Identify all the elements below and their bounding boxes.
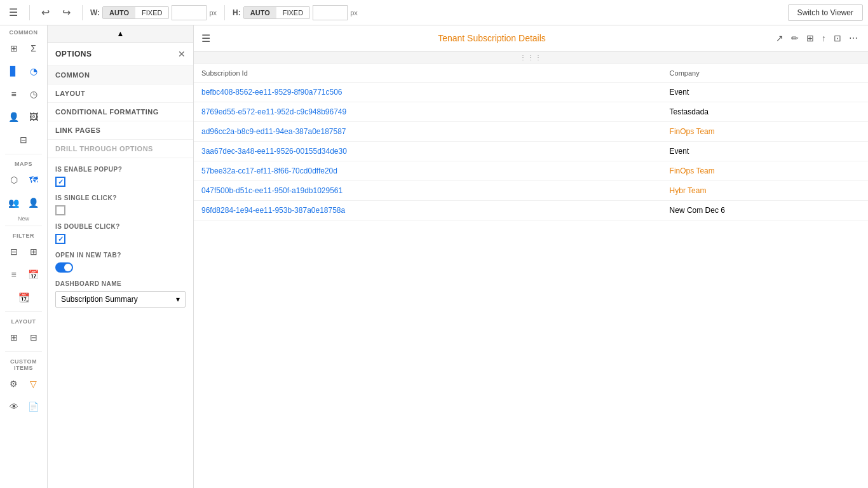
list-icon[interactable]: ≡: [5, 85, 22, 103]
map-icon[interactable]: 🗺: [25, 171, 42, 189]
height-auto-btn[interactable]: AUTO: [244, 7, 276, 18]
undo-btn[interactable]: ↩: [37, 4, 53, 21]
subscription-id-link[interactable]: 3aa67dec-3a48-ee11-9526-00155d34de30: [201, 147, 347, 156]
image-icon[interactable]: 🖼: [25, 108, 42, 126]
subscription-id-link[interactable]: 8769ed55-e572-ee11-952d-c9c948b96749: [201, 107, 346, 116]
options-scroll-up[interactable]: ▲: [48, 25, 193, 43]
options-nav-layout-label: LAYOUT: [55, 90, 85, 97]
document-icon[interactable]: 📄: [25, 398, 42, 416]
grid-view-btn[interactable]: ⊞: [804, 30, 817, 46]
list-filter-icon[interactable]: ≡: [5, 266, 22, 283]
expand-btn[interactable]: ⊡: [831, 30, 844, 46]
options-nav: COMMON LAYOUT CONDITIONAL FORMATTING LIN…: [48, 66, 193, 158]
custom-items-label: CUSTOM ITEMS: [0, 355, 47, 372]
nodes-icon[interactable]: ⬡: [5, 171, 22, 189]
divider-4: [5, 351, 42, 352]
filter-panel-icon[interactable]: ⊞: [25, 243, 42, 261]
pie-chart-icon[interactable]: ◔: [25, 62, 42, 80]
redo-btn[interactable]: ↪: [58, 4, 74, 21]
drag-dots-icon: ⋮⋮⋮: [520, 54, 543, 61]
subscription-id-link[interactable]: 96fd8284-1e94-ee11-953b-387a0e18758a: [201, 206, 345, 215]
subscription-id-link[interactable]: 57bee32a-cc17-ef11-8f66-70cd0dffe20d: [201, 166, 337, 175]
col-subscription-id-label: Subscription Id: [201, 69, 248, 77]
drag-handle[interactable]: ⋮⋮⋮: [194, 51, 868, 64]
table-row: 047f500b-d51c-ee11-950f-a19db1029561Hybr…: [194, 181, 868, 201]
common-icons-row-3: ≡ ◷: [0, 83, 47, 105]
clock-icon[interactable]: ◷: [25, 85, 42, 103]
maps-section-label: MAPS: [0, 157, 47, 168]
cell-company: Event: [662, 142, 868, 161]
single-click-row: [55, 205, 186, 215]
custom-icons-row-2: 👁 📄: [0, 395, 47, 418]
custom-filter-icon[interactable]: ⚙: [5, 375, 22, 393]
switch-viewer-btn[interactable]: Switch to Viewer: [788, 4, 863, 21]
cell-company: FinOps Team: [662, 122, 868, 142]
table-row: 3aa67dec-3a48-ee11-9526-00155d34de30Even…: [194, 142, 868, 161]
more-options-btn[interactable]: ⋯: [846, 30, 860, 46]
filter-table-icon[interactable]: ⊟: [5, 243, 22, 261]
table-header: Subscription Id Company: [194, 64, 868, 83]
company-link[interactable]: FinOps Team: [670, 166, 715, 175]
share-btn[interactable]: ↑: [819, 30, 829, 46]
width-fixed-btn[interactable]: FIXED: [135, 7, 168, 18]
person-icon[interactable]: 👤: [5, 108, 22, 126]
options-nav-conditional[interactable]: CONDITIONAL FORMATTING: [48, 103, 193, 121]
width-input[interactable]: [172, 5, 207, 20]
enable-popup-checkbox[interactable]: [55, 177, 65, 187]
layout-icons-row: ⊞ ⊟: [0, 326, 47, 349]
content-hamburger-btn[interactable]: ☰: [201, 32, 210, 44]
height-fixed-btn[interactable]: FIXED: [276, 7, 309, 18]
subscription-id-link[interactable]: 047f500b-d51c-ee11-950f-a19db1029561: [201, 186, 342, 195]
sum-icon[interactable]: Σ: [25, 39, 42, 57]
options-panel: ▲ OPTIONS ✕ COMMON LAYOUT CONDITIONAL FO…: [48, 25, 194, 488]
filter-icons-row-2: ≡ 📅: [0, 263, 47, 286]
height-input[interactable]: [313, 5, 348, 20]
people-icon[interactable]: 👥: [5, 194, 22, 212]
eye-icon[interactable]: 👁: [5, 398, 22, 416]
height-group: H: AUTO FIXED px: [233, 5, 358, 20]
dashboard-name-value: Subscription Summary: [61, 295, 138, 304]
cell-subscription-id: 57bee32a-cc17-ef11-8f66-70cd0dffe20d: [194, 161, 662, 181]
options-nav-layout[interactable]: LAYOUT: [48, 85, 193, 103]
single-click-checkbox[interactable]: [55, 205, 65, 215]
bar-chart-icon[interactable]: ▊: [5, 62, 22, 80]
enable-popup-label: IS ENABLE POPUP?: [55, 166, 186, 173]
top-toolbar: ☰ ↩ ↪ W: AUTO FIXED px H: AUTO FIXED px …: [0, 0, 868, 25]
subscription-id-link[interactable]: ad96cc2a-b8c9-ed11-94ea-387a0e187587: [201, 127, 346, 136]
calendar-icon[interactable]: 📅: [25, 266, 42, 283]
custom-funnel-icon[interactable]: ▽: [25, 375, 42, 393]
layout-panel-icon[interactable]: ⊞: [5, 329, 22, 346]
width-group: W: AUTO FIXED px: [90, 5, 217, 20]
options-nav-drill[interactable]: DRILL THROUGH OPTIONS: [48, 140, 193, 158]
width-auto-btn[interactable]: AUTO: [103, 7, 135, 18]
company-link[interactable]: FinOps Team: [670, 127, 715, 136]
left-sidebar: COMMON ⊞ Σ ▊ ◔ ≡ ◷ 👤 🖼 ⊟ MAPS ⬡ 🗺 👥 👤: [0, 25, 48, 488]
dashboard-name-dropdown[interactable]: Subscription Summary ▾: [55, 291, 186, 308]
double-click-label: IS DOUBLE CLICK?: [55, 223, 186, 230]
options-nav-common[interactable]: COMMON: [48, 66, 193, 85]
person2-icon[interactable]: 👤: [25, 194, 42, 212]
layout-section-label: LAYOUT: [0, 315, 47, 326]
double-click-checkbox[interactable]: [55, 234, 65, 244]
edit-btn[interactable]: ✏: [789, 30, 801, 46]
hamburger-menu-btn[interactable]: ☰: [5, 4, 22, 21]
options-nav-link-pages-label: LINK PAGES: [55, 126, 100, 134]
data-table: Subscription Id Company befbc408-8562-ee…: [194, 64, 868, 220]
subscription-id-link[interactable]: befbc408-8562-ee11-9529-8f90a771c506: [201, 88, 342, 97]
options-nav-common-label: COMMON: [55, 71, 90, 79]
company-link[interactable]: Hybr Team: [670, 186, 707, 195]
options-nav-conditional-label: CONDITIONAL FORMATTING: [55, 108, 159, 116]
layout-tab-icon[interactable]: ⊟: [25, 329, 42, 346]
options-close-btn[interactable]: ✕: [178, 49, 186, 59]
enable-popup-row: [55, 177, 186, 187]
date-range-icon[interactable]: 📆: [15, 288, 32, 306]
grid-icon[interactable]: ⊟: [15, 131, 32, 149]
table-header-row: Subscription Id Company: [194, 64, 868, 83]
open-new-tab-toggle[interactable]: [55, 262, 73, 273]
table-icon[interactable]: ⊞: [5, 39, 22, 57]
cell-subscription-id: befbc408-8562-ee11-9529-8f90a771c506: [194, 83, 662, 102]
main-layout: COMMON ⊞ Σ ▊ ◔ ≡ ◷ 👤 🖼 ⊟ MAPS ⬡ 🗺 👥 👤: [0, 25, 868, 488]
content-actions: ↗ ✏ ⊞ ↑ ⊡ ⋯: [773, 30, 860, 46]
export-btn[interactable]: ↗: [773, 30, 786, 46]
options-nav-link-pages[interactable]: LINK PAGES: [48, 121, 193, 140]
